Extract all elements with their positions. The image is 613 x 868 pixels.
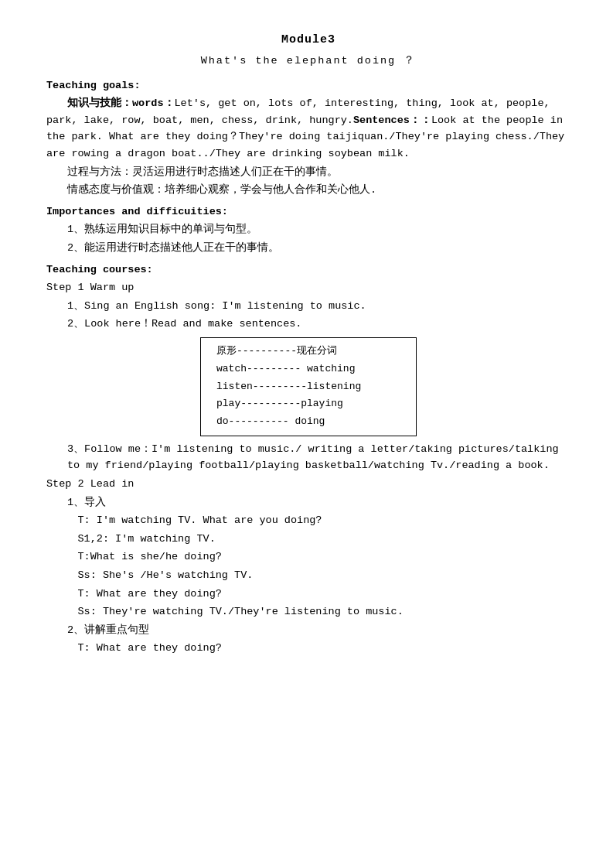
table-row-4: play----------playing: [216, 395, 393, 413]
step2-heading: Step 2 Lead in: [46, 476, 570, 493]
step2-subheading2: 2、讲解重点句型: [46, 622, 570, 639]
emotion-text: 培养细心观察，学会与他人合作和关心他人.: [165, 184, 376, 196]
table-row-3: listen---------listening: [216, 378, 393, 396]
importance-2: 2、能运用进行时态描述他人正在干的事情。: [46, 240, 570, 257]
table-row-1: 原形----------现在分词: [216, 343, 393, 361]
importance-1: 1、熟练运用知识目标中的单词与句型。: [46, 221, 570, 238]
teaching-goals-heading: Teaching goals:: [46, 77, 570, 94]
step1-item2: 2、Look here！Read and make sentences.: [46, 316, 570, 333]
process-line: 过程与方法：灵活运用进行时态描述人们正在干的事情。: [46, 164, 570, 181]
step2-ss2: Ss: They're watching TV./They're listeni…: [46, 603, 570, 620]
sentences-label: Sentences：：: [353, 114, 431, 126]
step2-t1: T: I'm watching TV. What are you doing?: [46, 512, 570, 529]
words-label: words：: [132, 97, 175, 109]
word-table-container: 原形----------现在分词 watch--------- watching…: [46, 337, 570, 436]
step2-t2: T:What is she/he doing?: [46, 548, 570, 566]
emotion-line: 情感态度与价值观：培养细心观察，学会与他人合作和关心他人.: [46, 182, 570, 199]
page-subtitle: What's the elephant doing ？: [46, 53, 570, 70]
knowledge-line: 知识与技能：words：Let's, get on, lots of, inte…: [46, 95, 570, 162]
word-table: 原形----------现在分词 watch--------- watching…: [200, 337, 417, 436]
process-text: 灵活运用进行时态描述人们正在干的事情。: [132, 166, 338, 178]
step2-t3: T: What are they doing?: [46, 586, 570, 603]
knowledge-label: 知识与技能：: [67, 97, 132, 109]
step2-t4: T: What are they doing?: [46, 640, 570, 657]
table-row-5: do---------- doing: [216, 413, 393, 431]
step2-s12: S1,2: I'm watching TV.: [46, 531, 570, 548]
page-title: Module3: [46, 31, 570, 50]
table-row-2: watch--------- watching: [216, 361, 393, 378]
step2-ss1: Ss: She's /He's watching TV.: [46, 567, 570, 584]
importances-heading: Importances and difficuities:: [46, 203, 570, 220]
step1-item3: 3、Follow me：I'm listening to music./ wri…: [46, 441, 570, 474]
teaching-courses-heading: Teaching courses:: [46, 261, 570, 279]
step2-subheading: 1、导入: [46, 494, 570, 511]
emotion-label: 情感态度与价值观：: [67, 184, 165, 196]
step1-heading: Step 1 Warm up: [46, 279, 570, 296]
process-label: 过程与方法：: [67, 166, 132, 178]
step1-item1: 1、Sing an English song: I'm listening to…: [46, 298, 570, 315]
